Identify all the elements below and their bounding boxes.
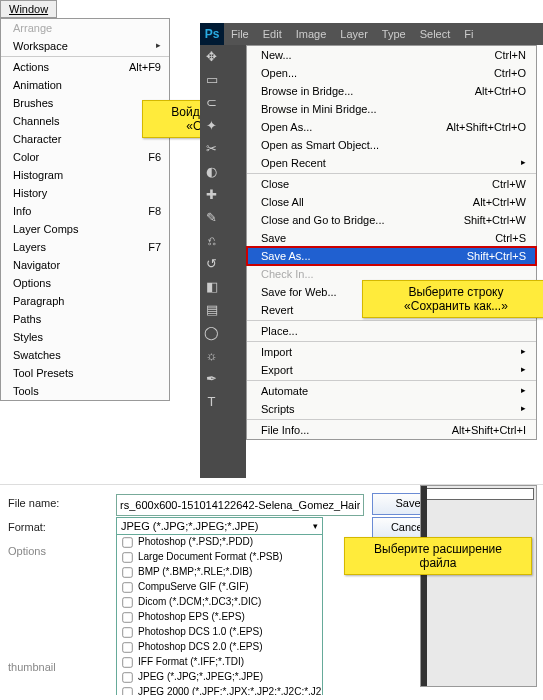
menu-item-tools[interactable]: Tools (1, 382, 169, 400)
format-option[interactable]: Large Document Format (*.PSB) (117, 550, 322, 565)
format-option[interactable]: JPEG (*.JPG;*.JPEG;*.JPE) (117, 670, 322, 685)
menu-arrange: Arrange (1, 19, 169, 37)
window-menu: Arrange Workspace ActionsAlt+F9Animation… (0, 18, 170, 401)
options-label: Options (8, 545, 46, 557)
format-option[interactable]: Photoshop EPS (*.EPS) (117, 610, 322, 625)
pen-tool-icon[interactable]: ✒ (200, 367, 223, 390)
window-menu-title[interactable]: Window (0, 0, 57, 18)
file-menu-save-as[interactable]: Save As...Shift+Ctrl+S (247, 247, 536, 265)
format-dropdown[interactable]: JPEG (*.JPG;*.JPEG;*.JPE) Photoshop (*.P… (116, 517, 323, 695)
file-menu-import[interactable]: Import (247, 343, 536, 361)
file-menu-automate[interactable]: Automate (247, 382, 536, 400)
format-option[interactable]: Photoshop (*.PSD;*.PDD) (117, 535, 322, 550)
file-menu-save[interactable]: SaveCtrl+S (247, 229, 536, 247)
file-menu-open[interactable]: Open...Ctrl+O (247, 64, 536, 82)
wand-tool-icon[interactable]: ✦ (200, 114, 223, 137)
crop-tool-icon[interactable]: ✂ (200, 137, 223, 160)
file-menu-close[interactable]: CloseCtrl+W (247, 175, 536, 193)
menubar-image[interactable]: Image (289, 28, 334, 40)
menu-item-color[interactable]: ColorF6 (1, 148, 169, 166)
menubar-type[interactable]: Type (375, 28, 413, 40)
format-option[interactable]: Dicom (*.DCM;*.DC3;*.DIC) (117, 595, 322, 610)
menu-item-animation[interactable]: Animation (1, 76, 169, 94)
ps-menubar: Ps FileEditImageLayerTypeSelectFi (200, 23, 543, 45)
file-menu-close-and-go-to-bridge[interactable]: Close and Go to Bridge...Shift+Ctrl+W (247, 211, 536, 229)
menubar-select[interactable]: Select (413, 28, 458, 40)
blur-tool-icon[interactable]: ◯ (200, 321, 223, 344)
dodge-tool-icon[interactable]: ☼ (200, 344, 223, 367)
menubar-file[interactable]: File (224, 28, 256, 40)
format-option[interactable]: JPEG 2000 (*.JPF;*.JPX;*.JP2;*.J2C;*.J2K… (117, 685, 322, 695)
type-tool-icon[interactable]: T (200, 390, 223, 413)
format-option[interactable]: CompuServe GIF (*.GIF) (117, 580, 322, 595)
menubar-fi[interactable]: Fi (457, 28, 480, 40)
file-menu-file-info[interactable]: File Info...Alt+Shift+Ctrl+I (247, 421, 536, 439)
file-menu-open-as-smart-object[interactable]: Open as Smart Object... (247, 136, 536, 154)
callout-format: Выберите расширениефайла (344, 537, 532, 575)
file-menu-place[interactable]: Place... (247, 322, 536, 340)
stamp-tool-icon[interactable]: ⎌ (200, 229, 223, 252)
file-menu-open-recent[interactable]: Open Recent (247, 154, 536, 172)
history-brush-icon[interactable]: ↺ (200, 252, 223, 275)
menu-item-paths[interactable]: Paths (1, 310, 169, 328)
callout-saveas: Выберите строку«Сохранить как...» (362, 280, 543, 318)
menu-item-swatches[interactable]: Swatches (1, 346, 169, 364)
marquee-tool-icon[interactable]: ▭ (200, 68, 223, 91)
format-option[interactable]: Photoshop DCS 2.0 (*.EPS) (117, 640, 322, 655)
move-tool-icon[interactable]: ✥ (200, 45, 223, 68)
menu-item-actions[interactable]: ActionsAlt+F9 (1, 58, 169, 76)
file-menu-open-as[interactable]: Open As...Alt+Shift+Ctrl+O (247, 118, 536, 136)
brush-tool-icon[interactable]: ✎ (200, 206, 223, 229)
file-menu-browse-in-mini-bridge[interactable]: Browse in Mini Bridge... (247, 100, 536, 118)
menu-item-options[interactable]: Options (1, 274, 169, 292)
file-menu: New...Ctrl+NOpen...Ctrl+OBrowse in Bridg… (246, 45, 537, 440)
file-menu-browse-in-bridge[interactable]: Browse in Bridge...Alt+Ctrl+O (247, 82, 536, 100)
lasso-tool-icon[interactable]: ⊂ (200, 91, 223, 114)
menu-item-paragraph[interactable]: Paragraph (1, 292, 169, 310)
thumbnail-label: thumbnail (8, 661, 56, 673)
menu-item-layer-comps[interactable]: Layer Comps (1, 220, 169, 238)
file-menu-scripts[interactable]: Scripts (247, 400, 536, 418)
eyedropper-tool-icon[interactable]: ◐ (200, 160, 223, 183)
menubar-layer[interactable]: Layer (333, 28, 375, 40)
file-menu-export[interactable]: Export (247, 361, 536, 379)
menu-item-tool-presets[interactable]: Tool Presets (1, 364, 169, 382)
file-menu-new[interactable]: New...Ctrl+N (247, 46, 536, 64)
menu-workspace[interactable]: Workspace (1, 37, 169, 55)
preview-pane (420, 485, 537, 687)
photoshop-logo-icon: Ps (200, 23, 224, 45)
gradient-tool-icon[interactable]: ▤ (200, 298, 223, 321)
format-option[interactable]: IFF Format (*.IFF;*.TDI) (117, 655, 322, 670)
splitter-handle[interactable] (421, 486, 427, 686)
eraser-tool-icon[interactable]: ◧ (200, 275, 223, 298)
format-label: Format: (8, 521, 46, 533)
filename-label: File name: (8, 497, 59, 509)
menu-item-navigator[interactable]: Navigator (1, 256, 169, 274)
format-option[interactable]: BMP (*.BMP;*.RLE;*.DIB) (117, 565, 322, 580)
menu-item-layers[interactable]: LayersF7 (1, 238, 169, 256)
healing-tool-icon[interactable]: ✚ (200, 183, 223, 206)
tool-column: ✥ ▭ ⊂ ✦ ✂ ◐ ✚ ✎ ⎌ ↺ ◧ ▤ ◯ ☼ ✒ T (200, 45, 246, 478)
file-menu-close-all[interactable]: Close AllAlt+Ctrl+W (247, 193, 536, 211)
menu-item-styles[interactable]: Styles (1, 328, 169, 346)
filename-input[interactable] (116, 494, 364, 516)
menu-item-info[interactable]: InfoF8 (1, 202, 169, 220)
format-selected[interactable]: JPEG (*.JPG;*.JPEG;*.JPE) (117, 518, 322, 535)
menu-item-history[interactable]: History (1, 184, 169, 202)
format-option[interactable]: Photoshop DCS 1.0 (*.EPS) (117, 625, 322, 640)
menu-item-histogram[interactable]: Histogram (1, 166, 169, 184)
menubar-edit[interactable]: Edit (256, 28, 289, 40)
